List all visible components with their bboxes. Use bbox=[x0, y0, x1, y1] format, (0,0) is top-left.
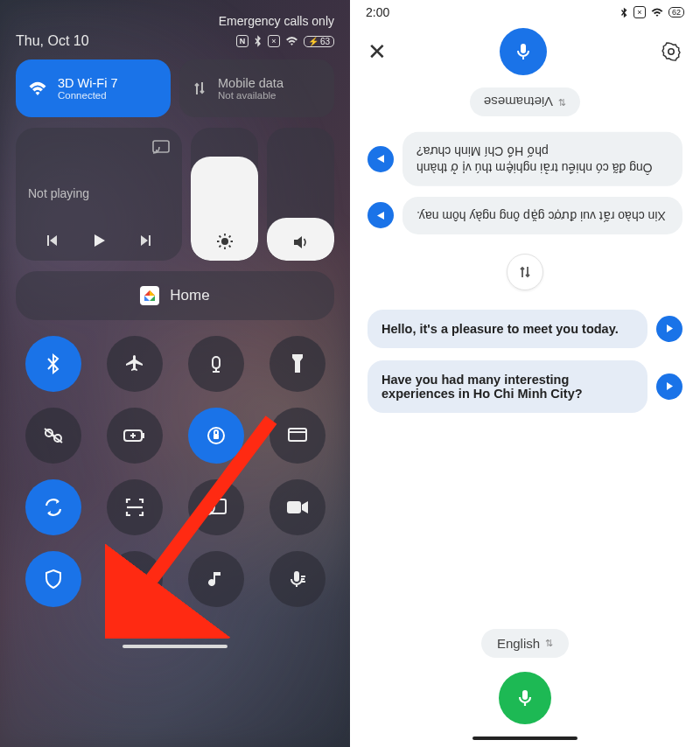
bluetooth-status-icon bbox=[254, 35, 262, 47]
qs-dark-mode[interactable]: A bbox=[107, 551, 163, 607]
play-button[interactable] bbox=[91, 233, 107, 248]
wifi-ssid-label: 3D Wi-Fi 7 bbox=[58, 76, 117, 91]
svg-line-9 bbox=[228, 236, 230, 238]
media-player-card[interactable]: Not playing bbox=[16, 128, 182, 261]
home-device-tile[interactable]: Home bbox=[16, 271, 334, 320]
source-message[interactable]: Have you had many interesting experience… bbox=[368, 360, 648, 413]
qs-scan[interactable] bbox=[107, 479, 163, 535]
settings-button[interactable] bbox=[660, 40, 682, 63]
chevron-updown-icon: ⇅ bbox=[558, 96, 566, 108]
not-playing-label: Not playing bbox=[28, 186, 170, 200]
svg-line-6 bbox=[219, 236, 220, 238]
mobile-data-icon bbox=[192, 80, 207, 97]
qs-music-note[interactable] bbox=[188, 551, 244, 607]
quick-settings-grid: A bbox=[16, 336, 334, 607]
wifi-icon bbox=[28, 80, 47, 96]
svg-rect-25 bbox=[294, 571, 299, 582]
bottom-language-selector[interactable]: English ⇅ bbox=[481, 629, 569, 658]
qs-sync[interactable] bbox=[25, 479, 81, 535]
bluetooth-status-icon bbox=[620, 7, 628, 18]
emergency-calls-label: Emergency calls only bbox=[16, 14, 334, 28]
bottom-language-label: English bbox=[497, 636, 540, 651]
top-language-selector[interactable]: Vietnamese ⇅ bbox=[470, 87, 580, 116]
svg-rect-22 bbox=[287, 501, 301, 513]
qs-bluetooth[interactable] bbox=[25, 336, 81, 392]
no-sim-icon: × bbox=[634, 6, 646, 18]
nfc-icon: N bbox=[236, 35, 248, 47]
bottom-mic-button[interactable] bbox=[499, 672, 551, 724]
top-language-label: Vietnamese bbox=[484, 94, 553, 109]
mobile-data-label: Mobile data bbox=[218, 76, 284, 91]
control-center-panel: Emergency calls only Thu, Oct 10 N × ⚡63… bbox=[0, 0, 350, 747]
cast-icon[interactable] bbox=[152, 140, 170, 154]
status-bar: Thu, Oct 10 N × ⚡63 bbox=[16, 33, 334, 49]
play-audio-button[interactable] bbox=[368, 146, 394, 172]
time-label: 2:00 bbox=[366, 5, 389, 19]
svg-rect-30 bbox=[521, 44, 526, 53]
no-sim-icon: × bbox=[268, 35, 280, 47]
mobile-data-status: Not available bbox=[218, 90, 284, 101]
status-icons: N × ⚡63 bbox=[236, 35, 334, 47]
volume-icon bbox=[292, 234, 310, 250]
source-message[interactable]: Hello, it's a pleasure to meet you today… bbox=[368, 310, 648, 348]
qs-auto-rotate-lock[interactable] bbox=[188, 408, 244, 464]
svg-rect-18 bbox=[289, 429, 306, 441]
translated-message[interactable]: Xin chào rất vui được gặp ông ngày hôm n… bbox=[402, 197, 682, 234]
chevron-updown-icon: ⇅ bbox=[545, 638, 553, 649]
top-messages-area: Ông đã có nhiều trải nghiệm thú vị ở thà… bbox=[350, 132, 700, 234]
next-track-button[interactable] bbox=[139, 234, 153, 248]
wifi-status-label: Connected bbox=[58, 90, 117, 101]
date-label: Thu, Oct 10 bbox=[16, 33, 89, 49]
qs-airplane-mode[interactable] bbox=[107, 336, 163, 392]
wifi-status-icon bbox=[651, 8, 663, 17]
svg-rect-17 bbox=[214, 434, 219, 439]
battery-indicator: 62 bbox=[668, 7, 684, 17]
svg-rect-21 bbox=[206, 499, 226, 513]
svg-rect-0 bbox=[153, 141, 169, 152]
qs-video[interactable] bbox=[270, 479, 326, 535]
play-audio-button[interactable] bbox=[368, 202, 394, 228]
qs-cast[interactable] bbox=[188, 479, 244, 535]
qs-screenshot[interactable] bbox=[25, 408, 81, 464]
play-audio-button[interactable] bbox=[656, 374, 682, 400]
qs-flashlight[interactable] bbox=[270, 336, 326, 392]
svg-text:A: A bbox=[138, 579, 144, 587]
qs-security[interactable] bbox=[25, 551, 81, 607]
top-mic-button[interactable] bbox=[500, 28, 547, 75]
mobile-data-tile[interactable]: Mobile data Not available bbox=[179, 59, 334, 117]
qs-battery-saver[interactable] bbox=[107, 408, 163, 464]
nav-handle[interactable] bbox=[472, 737, 578, 740]
prev-track-button[interactable] bbox=[45, 234, 59, 248]
volume-slider[interactable] bbox=[267, 128, 334, 261]
nav-handle[interactable] bbox=[122, 645, 228, 648]
brightness-icon bbox=[216, 233, 234, 250]
status-bar-right: 2:00 × 62 bbox=[350, 0, 700, 19]
translator-app: 2:00 × 62 ✕ Vietnamese ⇅ Ông đã có nhiều… bbox=[350, 0, 700, 747]
wifi-tile[interactable]: 3D Wi-Fi 7 Connected bbox=[16, 59, 171, 117]
bottom-messages-area: Hello, it's a pleasure to meet you today… bbox=[350, 310, 700, 430]
svg-point-31 bbox=[668, 49, 674, 54]
svg-point-1 bbox=[221, 238, 228, 245]
edit-button[interactable]: Edit bbox=[151, 619, 199, 638]
qs-screen-record[interactable] bbox=[270, 408, 326, 464]
battery-indicator: ⚡63 bbox=[304, 36, 334, 47]
qs-sound[interactable] bbox=[188, 336, 244, 392]
svg-line-8 bbox=[219, 246, 220, 248]
svg-rect-32 bbox=[522, 690, 528, 700]
swap-languages-button[interactable] bbox=[507, 254, 543, 290]
close-button[interactable]: ✕ bbox=[368, 38, 387, 66]
home-label: Home bbox=[170, 287, 209, 304]
play-audio-button[interactable] bbox=[656, 316, 682, 342]
svg-line-7 bbox=[228, 246, 230, 248]
wifi-status-icon bbox=[285, 36, 298, 46]
brightness-slider[interactable] bbox=[191, 128, 258, 261]
qs-voice-input[interactable] bbox=[270, 551, 326, 607]
translated-message[interactable]: Ông đã có nhiều trải nghiệm thú vị ở thà… bbox=[402, 132, 682, 186]
google-home-icon bbox=[140, 286, 159, 305]
